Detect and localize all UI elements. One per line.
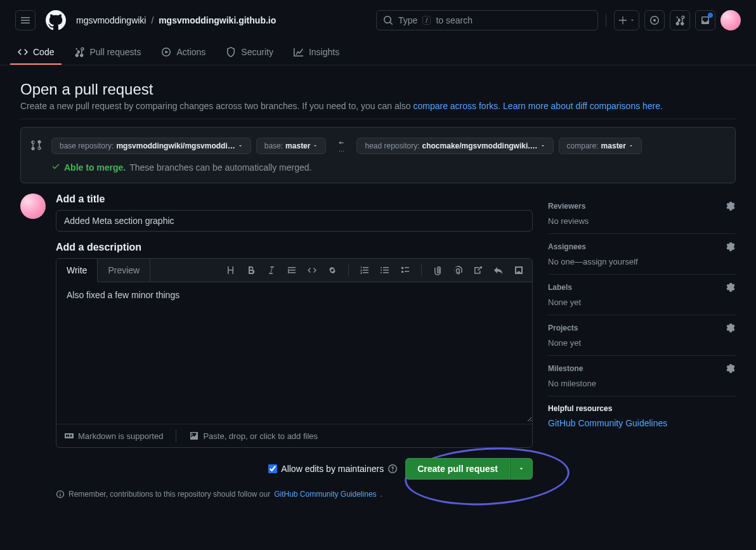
tab-pulls-label: Pull requests <box>89 47 141 57</box>
reply-button[interactable] <box>490 261 507 279</box>
helpful-link[interactable]: GitHub Community Guidelines <box>548 418 667 428</box>
base-branch-select[interactable]: base: master <box>256 138 327 154</box>
header-left: mgsvmoddingwiki / mgsvmoddingwiki.github… <box>15 10 276 30</box>
milestone-head[interactable]: Milestone <box>548 363 736 374</box>
tab-preview[interactable]: Preview <box>98 259 150 282</box>
tab-pulls[interactable]: Pull requests <box>67 41 148 65</box>
task-list-button[interactable] <box>397 261 414 279</box>
base-repo-select[interactable]: base repository: mgsvmoddingwiki/mgsvmod… <box>51 138 251 154</box>
gear-icon <box>726 363 736 374</box>
code-button[interactable] <box>304 261 320 279</box>
play-icon <box>161 47 171 57</box>
quote-button[interactable] <box>284 261 300 279</box>
contrib-link[interactable]: GitHub Community Guidelines <box>274 490 376 499</box>
link-button[interactable] <box>324 261 341 279</box>
help-icon[interactable] <box>388 464 398 474</box>
tab-actions[interactable]: Actions <box>153 41 213 65</box>
header-right: Type / to search <box>376 10 741 30</box>
subtitle-mid: . <box>498 101 503 111</box>
assignees-head[interactable]: Assignees <box>548 242 736 252</box>
projects-head[interactable]: Projects <box>548 323 736 333</box>
markdown-note[interactable]: Markdown is supported <box>64 431 163 441</box>
contrib-note: Remember, contributions to this reposito… <box>56 490 533 499</box>
description-textarea[interactable] <box>56 282 532 422</box>
bold-button[interactable] <box>243 261 259 279</box>
compare-branch-select[interactable]: compare: master <box>559 138 642 154</box>
caret-down-icon <box>540 143 545 148</box>
create-pr-dropdown[interactable] <box>510 458 533 480</box>
labels-head[interactable]: Labels <box>548 282 736 292</box>
learn-more-link[interactable]: Learn more about diff comparisons here <box>503 101 660 111</box>
reviewers-head[interactable]: Reviewers <box>548 201 736 211</box>
inbox-button[interactable] <box>695 10 715 30</box>
page-subtitle: Create a new pull request by comparing c… <box>20 101 736 119</box>
assignees-body: No one—assign yourself <box>548 257 736 266</box>
header-divider <box>606 14 606 27</box>
caret-down-icon <box>238 143 243 148</box>
tab-code[interactable]: Code <box>10 41 62 65</box>
pulls-button[interactable] <box>670 10 690 30</box>
issue-icon <box>649 15 660 25</box>
base-repo-value: mgsvmoddingwiki/mgsvmoddi… <box>116 141 235 150</box>
left-column: Add a title Add a description Write Prev… <box>20 193 533 499</box>
contrib-end: . <box>381 490 382 499</box>
issues-button[interactable] <box>644 10 665 30</box>
head-repo-select[interactable]: head repository: chocmake/mgsvmoddingwik… <box>356 138 553 154</box>
caret-down-icon <box>313 143 318 148</box>
ordered-list-button[interactable] <box>356 261 373 279</box>
tab-security[interactable]: Security <box>218 41 281 65</box>
breadcrumb: mgsvmoddingwiki / mgsvmoddingwiki.github… <box>76 15 276 25</box>
compare-forks-link[interactable]: compare across forks <box>413 101 498 111</box>
gear-icon <box>726 282 736 292</box>
tab-security-label: Security <box>241 47 273 57</box>
check-icon <box>51 162 60 173</box>
desc-tabs: Write Preview <box>56 259 532 282</box>
reviewers-body: No reviews <box>548 216 736 226</box>
create-pr-button[interactable]: Create pull request <box>405 458 510 480</box>
tab-group: Write Preview <box>56 259 150 282</box>
base-branch-label: base: <box>264 141 283 150</box>
projects-block: Projects None yet <box>548 315 736 356</box>
tab-write[interactable]: Write <box>56 259 98 282</box>
labels-title: Labels <box>548 283 572 292</box>
attach-button[interactable] <box>429 261 446 279</box>
graph-icon <box>294 47 304 57</box>
shield-icon <box>226 47 236 57</box>
image-icon <box>189 431 199 441</box>
github-logo[interactable] <box>46 10 66 30</box>
helpful-title: Helpful resources <box>548 404 736 413</box>
search-input[interactable]: Type / to search <box>376 10 598 30</box>
assign-yourself-link[interactable]: assign yourself <box>583 257 638 266</box>
compare-row: base repository: mgsvmoddingwiki/mgsvmod… <box>31 138 725 154</box>
toolbar <box>218 261 532 279</box>
breadcrumb-sep: / <box>151 15 153 25</box>
saved-replies-button[interactable] <box>511 261 527 279</box>
title-input[interactable] <box>56 210 533 232</box>
allow-edits-input[interactable] <box>268 464 277 473</box>
cross-reference-button[interactable] <box>470 261 486 279</box>
allow-edits-checkbox[interactable]: Allow edits by maintainers <box>268 464 398 474</box>
italic-button[interactable] <box>263 261 280 279</box>
attach-note[interactable]: Paste, drop, or click to add files <box>189 431 318 441</box>
code-icon <box>18 47 28 57</box>
heading-button[interactable] <box>223 261 239 279</box>
mention-button[interactable] <box>450 261 466 279</box>
search-slash: / <box>422 16 431 25</box>
gear-icon <box>726 201 736 211</box>
create-pr-group: Create pull request <box>405 458 533 480</box>
tab-insights[interactable]: Insights <box>286 41 347 65</box>
user-avatar[interactable] <box>20 193 46 219</box>
projects-body: None yet <box>548 338 736 348</box>
breadcrumb-repo[interactable]: mgsvmoddingwiki.github.io <box>159 15 276 25</box>
compare-branch-label: compare: <box>567 141 599 150</box>
create-new-button[interactable] <box>614 10 639 30</box>
hamburger-button[interactable] <box>15 10 36 30</box>
caret-down-icon <box>629 143 634 148</box>
main-content: Open a pull request Create a new pull re… <box>0 65 756 514</box>
merge-status: Able to merge. These branches can be aut… <box>51 162 725 173</box>
info-icon <box>56 490 65 499</box>
projects-title: Projects <box>548 324 578 332</box>
unordered-list-button[interactable] <box>377 261 393 279</box>
avatar[interactable] <box>720 10 741 30</box>
breadcrumb-owner[interactable]: mgsvmoddingwiki <box>76 15 146 25</box>
